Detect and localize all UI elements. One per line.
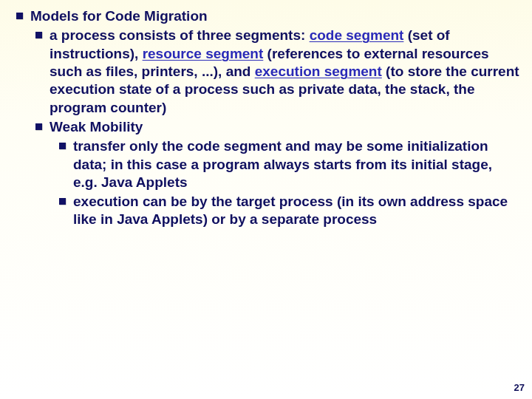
heading-text: Models for Code Migration bbox=[30, 7, 520, 25]
term-code-segment: code segment bbox=[310, 27, 404, 43]
list-item: a process consists of three segments: co… bbox=[35, 27, 520, 117]
weak-mobility-sub1: transfer only the code segment and may b… bbox=[73, 137, 520, 191]
bullet-icon bbox=[59, 198, 66, 205]
term-execution-segment: execution segment bbox=[255, 64, 382, 79]
list-item: Weak Mobility bbox=[35, 118, 520, 136]
segments-text: a process consists of three segments: co… bbox=[50, 27, 520, 117]
bullet-icon bbox=[16, 13, 23, 19]
weak-mobility-heading: Weak Mobility bbox=[50, 118, 520, 136]
list-item: transfer only the code segment and may b… bbox=[59, 137, 520, 191]
weak-mobility-sub2: execution can be by the target process (… bbox=[73, 193, 520, 229]
bullet-icon bbox=[35, 123, 42, 130]
text-fragment: a process consists of three segments: bbox=[50, 27, 310, 43]
slide-content: Models for Code Migration a process cons… bbox=[0, 0, 532, 229]
heading-row: Models for Code Migration bbox=[16, 7, 520, 25]
bullet-icon bbox=[35, 32, 42, 38]
term-resource-segment: resource segment bbox=[143, 46, 264, 61]
list-item: execution can be by the target process (… bbox=[59, 193, 520, 229]
bullet-icon bbox=[59, 143, 66, 149]
page-number: 27 bbox=[514, 382, 525, 395]
